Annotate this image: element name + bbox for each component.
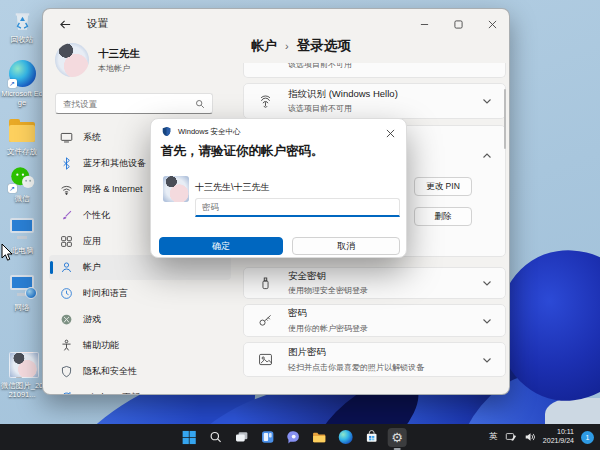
window-title: 设置	[87, 17, 108, 31]
search-button[interactable]	[206, 428, 225, 447]
dialog-close-icon[interactable]	[384, 127, 396, 139]
desktop-icon-label: 文件存放	[0, 147, 44, 156]
shortcut-arrow-icon: ↗	[8, 184, 17, 193]
gear-icon: ⚙	[391, 431, 403, 444]
edge-button[interactable]	[336, 428, 355, 447]
back-button[interactable]	[57, 16, 73, 32]
chevron-up-icon[interactable]	[481, 150, 493, 162]
account-type: 本地帐户	[98, 63, 140, 74]
delete-pin-button[interactable]: 删除	[414, 207, 472, 226]
maximize-button[interactable]	[441, 9, 475, 39]
avatar	[55, 43, 89, 77]
image-thumbnail-icon	[9, 352, 36, 379]
desktop-icon-recycle-bin[interactable]: 回收站	[0, 6, 44, 44]
card-fingerprint[interactable]: 指纹识别 (Windows Hello) 该选项目前不可用	[243, 83, 506, 119]
usb-key-icon	[256, 274, 274, 292]
dialog-account-name: 十三先生\十三先生	[195, 181, 270, 194]
picture-icon	[256, 351, 274, 369]
sidebar-item-windows-update[interactable]: Windows 更新	[49, 385, 231, 395]
search-input[interactable]	[56, 99, 195, 109]
system-tray: 英 10:11 2021/9/24 1	[489, 424, 594, 450]
breadcrumb-parent[interactable]: 帐户	[251, 37, 277, 55]
desktop-icon-label: 微信	[0, 194, 44, 203]
apps-grid-icon	[59, 235, 73, 249]
scrollbar[interactable]	[504, 89, 506, 149]
card-password[interactable]: 密码 使用你的帐户密码登录	[243, 304, 506, 337]
speaker-icon[interactable]	[524, 431, 536, 443]
store-button[interactable]	[362, 428, 381, 447]
minimize-button[interactable]	[407, 9, 441, 39]
shortcut-arrow-icon: ↗	[8, 79, 17, 88]
windows-security-dialog: Windows 安全中心 首先，请验证你的帐户密码。 十三先生\十三先生 确定 …	[150, 118, 407, 258]
desktop-icon-label: 微信图片_2021091...	[0, 381, 44, 399]
settings-search[interactable]	[55, 93, 213, 114]
row-subtitle: 轻扫并点击你最喜爱的照片以解锁设备	[288, 362, 481, 373]
user-name: 十三先生	[98, 47, 140, 61]
row-title: 密码	[288, 307, 481, 320]
pen-display-icon[interactable]	[505, 431, 517, 443]
tray-time: 10:11	[543, 428, 574, 437]
accessibility-icon	[59, 339, 73, 353]
page-title: 登录选项	[297, 37, 351, 55]
row-title: 图片密码	[288, 346, 481, 359]
key-icon	[256, 312, 274, 330]
desktop-icon-edge[interactable]: ↗ Microsoft Edge	[0, 60, 44, 107]
card-security-key[interactable]: 安全密钥 使用物理安全密钥登录	[243, 267, 506, 299]
update-icon	[59, 391, 73, 396]
clock[interactable]: 10:11 2021/9/24	[543, 428, 574, 446]
breadcrumb-separator: ›	[285, 40, 289, 52]
chevron-down-icon[interactable]	[481, 315, 493, 327]
widgets-button[interactable]	[258, 428, 277, 447]
sidebar-item-privacy-security[interactable]: 隐私和安全性	[49, 359, 231, 384]
shield-icon	[59, 365, 73, 379]
security-shield-icon	[161, 126, 172, 137]
sidebar-item-gaming[interactable]: 游戏	[49, 307, 231, 332]
notification-badge[interactable]: 1	[581, 431, 594, 444]
row-subtitle: 使用你的帐户密码登录	[288, 323, 481, 334]
task-view-button[interactable]	[232, 428, 251, 447]
person-icon	[59, 261, 73, 275]
network-icon	[9, 274, 36, 301]
settings-taskbar-button[interactable]: ⚙	[388, 428, 407, 447]
chevron-down-icon[interactable]	[481, 277, 493, 289]
clock-icon	[59, 287, 73, 301]
row-subtitle: 该选项目前不可用	[288, 103, 481, 114]
row-title: 安全密钥	[288, 270, 481, 283]
desktop: 回收站 ↗ Microsoft Edge 文件存放 ↗ 微信	[0, 0, 600, 450]
card-picture-password[interactable]: 图片密码 轻扫并点击你最喜爱的照片以解锁设备	[243, 342, 506, 377]
ok-button[interactable]: 确定	[159, 237, 283, 255]
sidebar-item-accessibility[interactable]: 辅助功能	[49, 333, 231, 358]
dialog-heading: 首先，请验证你的帐户密码。	[161, 143, 324, 160]
close-button[interactable]	[475, 9, 509, 39]
sidebar-item-accounts[interactable]: 帐户	[49, 255, 231, 280]
breadcrumb: 帐户 › 登录选项	[251, 37, 351, 55]
row-subtitle: 使用物理安全密钥登录	[288, 285, 481, 296]
ime-indicator[interactable]: 英	[489, 431, 498, 443]
change-pin-button[interactable]: 更改 PIN	[414, 177, 472, 196]
chat-button[interactable]	[284, 428, 303, 447]
bluetooth-icon	[59, 157, 73, 171]
dialog-avatar	[163, 176, 189, 202]
recycle-bin-icon	[9, 6, 36, 33]
start-button[interactable]	[180, 428, 199, 447]
search-icon	[195, 99, 205, 109]
desktop-icon-network[interactable]: 网络	[0, 274, 44, 312]
password-input[interactable]	[195, 198, 400, 217]
titlebar: 设置	[43, 9, 509, 39]
row-title: 指纹识别 (Windows Hello)	[288, 88, 481, 101]
this-pc-icon	[9, 217, 36, 244]
desktop-icon-wechat[interactable]: ↗ 微信	[0, 165, 44, 203]
file-explorer-button[interactable]	[310, 428, 329, 447]
desktop-icon-folder[interactable]: 文件存放	[0, 118, 44, 156]
chevron-down-icon[interactable]	[481, 354, 493, 366]
user-profile[interactable]: 十三先生 本地帐户	[55, 43, 140, 77]
sidebar-item-time-language[interactable]: 时间和语言	[49, 281, 231, 306]
chevron-down-icon[interactable]	[481, 95, 493, 107]
fingerprint-icon	[256, 92, 274, 110]
desktop-icon-label: 回收站	[0, 35, 44, 44]
card-clipped-row[interactable]: 该选项目前不可用	[243, 63, 506, 78]
dialog-title: Windows 安全中心	[178, 127, 241, 137]
desktop-icon-wechat-image[interactable]: 微信图片_2021091...	[0, 352, 44, 399]
tray-date: 2021/9/24	[543, 437, 574, 446]
cancel-button[interactable]: 取消	[292, 237, 400, 255]
